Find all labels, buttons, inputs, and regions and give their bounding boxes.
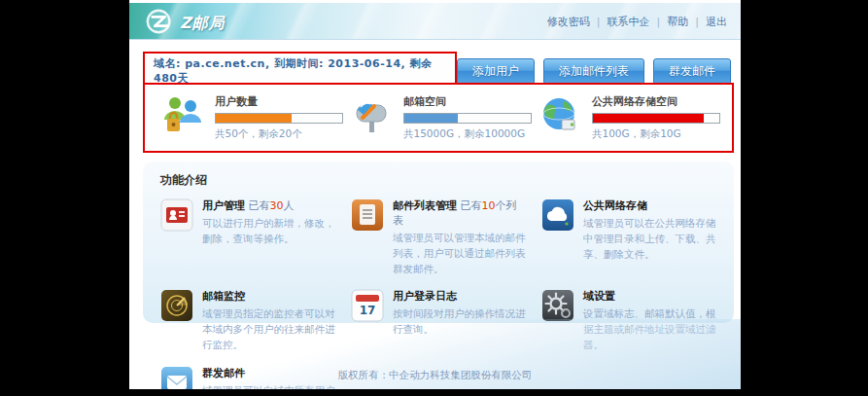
mailbox-icon [349, 93, 394, 142]
feature-desc: 按时间段对用户的操作情况进行查询。 [393, 306, 526, 338]
feature-desc: 可以进行用户的新增，修改，删除，查询等操作。 [202, 216, 335, 247]
feature-badge: 已有 [461, 199, 482, 212]
features-grid: 用户管理 已有30人 可以进行用户的新增，修改，删除，查询等操作。 [160, 198, 716, 389]
feature-title: 邮箱监控 [202, 290, 245, 303]
feature-title: 域设置 [583, 290, 615, 303]
logo: Z邮局 [145, 7, 226, 40]
storage-quota-bar [592, 113, 720, 124]
feature-title: 公共网络存储 [583, 199, 647, 212]
feature-domain-settings: 域设置 设置域标志、邮箱默认值，根据主题或邮件地址设置域过滤器。 [541, 289, 716, 352]
logo-swoosh-icon [145, 7, 176, 40]
gears-icon [541, 289, 574, 322]
calendar-icon: 17 [351, 289, 384, 322]
add-maillist-button[interactable]: 添加邮件列表 [543, 58, 644, 85]
add-user-button[interactable]: 添加用户 [457, 58, 535, 85]
feature-desc: 域管理员指定的监控者可以对本域内多个用户的往来邮件进行监控。 [202, 306, 335, 352]
feature-desc: 域管理员可以在公共网络存储中管理目录和上传、下载、共享、删除文件。 [583, 216, 716, 262]
feature-desc: 设置域标志、邮箱默认值，根据主题或邮件地址设置域过滤器。 [583, 306, 716, 352]
app-header: Z邮局 修改密码| 联系中企| 帮助| 退出 [129, 3, 741, 40]
globe-icon [538, 93, 582, 142]
header-links: 修改密码| 联系中企| 帮助| 退出 [547, 15, 727, 29]
change-password-link[interactable]: 修改密码 [547, 15, 590, 29]
feature-badge: 已有 [249, 199, 270, 212]
mail-list-icon [351, 198, 384, 232]
storage-quota-bar-fill [593, 114, 704, 123]
stat-title: 邮箱空间 [403, 94, 532, 109]
stat-public-storage: 公共网络存储空间 共100G，剩余10G [538, 93, 726, 142]
contact-link[interactable]: 联系中企 [608, 15, 650, 29]
link-separator: | [597, 16, 601, 28]
feature-user-management: 用户管理 已有30人 可以进行用户的新增，修改，删除，查询等操作。 [160, 198, 335, 276]
copyright-footer: 版权所有：中企动力科技集团股份有限公司 [129, 369, 741, 382]
stat-title: 公共网络存储空间 [592, 94, 720, 109]
user-card-icon [160, 198, 193, 232]
feature-title: 用户管理 [202, 199, 245, 212]
mail-admin-page: Z邮局 修改密码| 联系中企| 帮助| 退出 域名: pa.ce.net.cn,… [129, 0, 741, 389]
radar-icon [160, 289, 193, 322]
mailbox-quota-bar-fill [404, 114, 458, 123]
feature-login-log: 17 用户登录日志 按时间段对用户的操作情况进行查询。 [351, 289, 526, 352]
stat-title: 用户数量 [215, 94, 343, 109]
link-separator: | [695, 16, 699, 28]
feature-public-storage: 公共网络存储 域管理员可以在公共网络存储中管理目录和上传、下载、共享、删除文件。 [541, 198, 716, 276]
user-quota-bar [215, 113, 343, 124]
action-buttons: 添加用户 添加邮件列表 群发邮件 [457, 58, 731, 85]
feature-title: 邮件列表管理 [393, 199, 457, 212]
feature-title: 用户登录日志 [393, 290, 457, 303]
feature-desc: 域管理员可以向域内所有用户群发邮件。 [202, 383, 335, 390]
stat-usage: 共50个，剩余20个 [215, 127, 343, 141]
section-title: 功能介绍 [160, 172, 716, 189]
feature-desc: 域管理员可以管理本域的邮件列表，用户可以通过邮件列表群发邮件。 [393, 231, 526, 276]
mailbox-quota-bar [403, 113, 532, 124]
logo-text: Z邮局 [180, 14, 226, 34]
feature-maillist-management: 邮件列表管理 已有10个列表 域管理员可以管理本域的邮件列表，用户可以通过邮件列… [351, 198, 526, 276]
stat-user-count: 用户数量 共50个，剩余20个 [160, 93, 349, 142]
mass-mail-button[interactable]: 群发邮件 [653, 58, 731, 85]
features-panel: 功能介绍 用户 [143, 162, 734, 323]
stat-usage: 共100G，剩余10G [592, 127, 720, 141]
stat-mailbox-space: 邮箱空间 共15000G，剩余10000G [349, 93, 538, 142]
user-quota-bar-fill [216, 114, 292, 123]
screen: Z邮局 修改密码| 联系中企| 帮助| 退出 域名: pa.ce.net.cn,… [0, 0, 868, 396]
users-icon [160, 93, 205, 142]
svg-text:17: 17 [360, 304, 376, 317]
help-link[interactable]: 帮助 [667, 15, 688, 29]
logout-link[interactable]: 退出 [706, 15, 727, 29]
quota-stats-panel: 用户数量 共50个，剩余20个 邮箱空间 [143, 83, 734, 153]
link-separator: | [657, 16, 661, 28]
cloud-icon [541, 198, 574, 232]
stat-usage: 共15000G，剩余10000G [403, 127, 532, 141]
feature-mailbox-monitor: 邮箱监控 域管理员指定的监控者可以对本域内多个用户的往来邮件进行监控。 [160, 289, 335, 352]
